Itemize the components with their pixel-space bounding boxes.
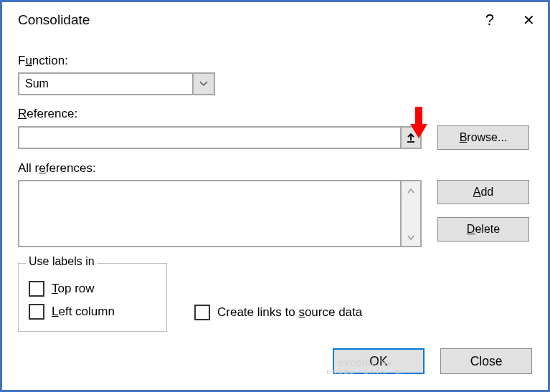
help-button[interactable]: ? [485, 11, 494, 29]
scroll-down-icon[interactable] [407, 231, 414, 243]
function-label: Function: [18, 54, 532, 68]
scroll-up-icon[interactable] [407, 184, 414, 196]
reference-input-wrap [18, 126, 422, 149]
title-controls: ? ✕ [485, 11, 535, 29]
top-row-check-row: Top row [29, 281, 156, 297]
function-dropdown-button[interactable] [192, 72, 215, 95]
collapse-dialog-button[interactable] [400, 126, 422, 149]
footer-buttons: OK Close [333, 348, 532, 374]
top-row-label: Top row [52, 282, 95, 296]
close-icon[interactable]: ✕ [523, 11, 535, 29]
create-links-label: Create links to source data [217, 305, 362, 320]
create-links-checkbox[interactable] [194, 305, 210, 320]
dialog-title: Consolidate [18, 12, 90, 28]
function-value[interactable] [18, 72, 192, 95]
left-column-check-row: Left column [29, 304, 156, 320]
browse-button[interactable]: Browse... [437, 125, 529, 150]
create-links-check-row: Create links to source data [194, 305, 362, 320]
reference-row: Browse... [18, 125, 532, 150]
titlebar: Consolidate ? ✕ [2, 2, 548, 35]
use-labels-title: Use labels in [26, 255, 98, 268]
function-combobox[interactable] [18, 72, 215, 95]
reference-label: Reference: [18, 107, 532, 121]
reference-input[interactable] [18, 126, 400, 149]
left-column-checkbox[interactable] [29, 304, 44, 320]
close-button[interactable]: Close [440, 348, 532, 374]
chevron-down-icon [199, 81, 208, 87]
all-references-listbox[interactable] [18, 180, 402, 247]
ok-button[interactable]: OK [333, 348, 425, 374]
consolidate-dialog: Consolidate ? ✕ Function: Reference: [0, 0, 550, 392]
left-column-label: Left column [52, 305, 115, 319]
delete-button[interactable]: Delete [437, 217, 529, 242]
add-button[interactable]: Add [437, 180, 529, 204]
all-references-wrap [18, 180, 422, 247]
checks-outer: Use labels in Top row Left column Create… [18, 247, 532, 332]
collapse-icon [406, 133, 416, 143]
use-labels-group: Use labels in Top row Left column [18, 263, 167, 332]
all-references-label: All references: [18, 161, 532, 176]
listbox-scrollbar[interactable] [402, 180, 422, 247]
all-references-row: Add Delete [18, 180, 532, 247]
dialog-body: Function: Reference: Browse.. [2, 35, 548, 348]
top-row-checkbox[interactable] [29, 281, 44, 297]
side-buttons: Add Delete [437, 180, 529, 242]
